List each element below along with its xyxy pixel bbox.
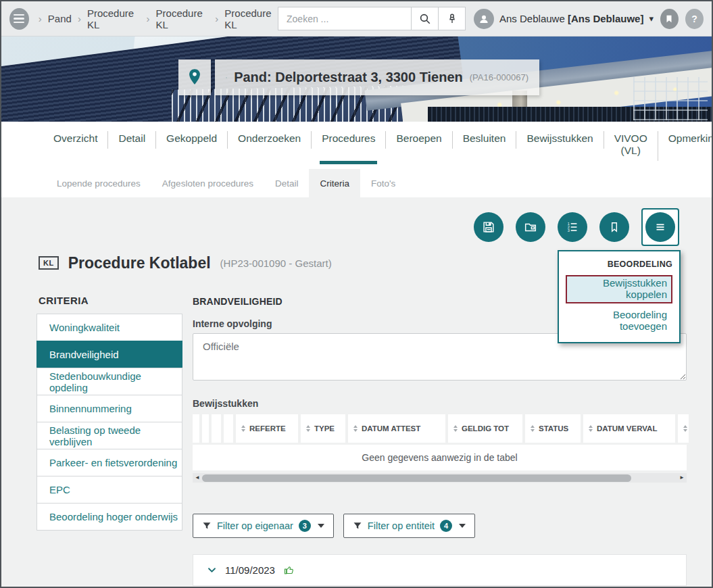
context-menu-button-active[interactable]: [641, 208, 679, 246]
bookmark-action-button[interactable]: [599, 212, 629, 242]
chevron-down-icon: [459, 524, 466, 528]
column-header-reden-verval[interactable]: REDEN VERVAL: [678, 414, 689, 443]
subtab-afgesloten-procedures[interactable]: Afgesloten procedures: [151, 169, 264, 197]
subtab-criteria[interactable]: Criteria: [309, 169, 360, 197]
subtab-lopende-procedures[interactable]: Lopende procedures: [46, 169, 151, 197]
cube-icon: [226, 70, 227, 85]
sort-icon: [241, 425, 245, 432]
sort-icon: [306, 425, 310, 432]
search-group: [278, 7, 466, 30]
entity-header: Pand: Delportestraat 3, 3300 Tienen (PA1…: [215, 59, 539, 95]
criteria-header: CRITERIA: [39, 295, 182, 306]
criteria-item-parkeer-fietsverordening[interactable]: Parkeer- en fietsverordening: [36, 449, 182, 476]
column-header-status[interactable]: STATUS: [525, 414, 581, 443]
search-button[interactable]: [411, 7, 438, 30]
criteria-item-epc[interactable]: EPC: [36, 476, 182, 504]
tab-opmerkingen[interactable]: Opmerkingen: [658, 131, 713, 149]
bookmark-icon: [608, 220, 621, 234]
entity-code: (PA16-000067): [470, 72, 528, 82]
question-icon: ?: [691, 14, 697, 24]
tab-vivoo-vl[interactable]: VIVOO (VL): [604, 131, 658, 161]
filter-count-badge: 3: [299, 520, 311, 532]
folder-button[interactable]: [516, 212, 545, 242]
breadcrumb-item-procedure-3[interactable]: Procedure KL: [224, 7, 278, 30]
criteria-item-belasting-tweede-verblijven[interactable]: Belasting op tweede verblijven: [36, 422, 182, 449]
hamburger-menu-button[interactable]: [9, 8, 29, 30]
column-header-referte[interactable]: REFERTE: [236, 414, 298, 443]
column-header-datum-verval[interactable]: DATUM VERVAL: [583, 414, 675, 443]
sub-tab-bar: Lopende procedures Afgesloten procedures…: [1, 169, 712, 197]
hero-overlay: Pand: Delportestraat 3, 3300 Tienen (PA1…: [178, 59, 539, 95]
bookmark-icon: [664, 14, 674, 24]
kl-badge: KL: [39, 256, 59, 270]
breadcrumb-item-procedure-1[interactable]: Procedure KL: [87, 7, 141, 30]
entity-title: Pand: Delportestraat 3, 3300 Tienen: [234, 70, 463, 85]
search-input[interactable]: [278, 7, 411, 30]
filter-eigenaar-button[interactable]: Filter op eigenaar 3: [193, 514, 334, 538]
scrollbar-thumb[interactable]: [202, 474, 631, 482]
breadcrumb-item-procedure-2[interactable]: Procedure KL: [156, 7, 210, 30]
filter-entiteit-button[interactable]: Filter op entiteit 4: [343, 514, 475, 538]
thumbs-up-icon: [283, 564, 295, 576]
table-header-empty: [202, 414, 209, 443]
subtab-fotos[interactable]: Foto's: [360, 169, 406, 197]
location-pin-icon: [186, 68, 203, 88]
avatar: [474, 9, 494, 29]
bookmark-button[interactable]: [660, 9, 679, 29]
numbered-list-button[interactable]: 123: [558, 212, 587, 242]
tab-detail[interactable]: Detail: [108, 131, 156, 149]
subtab-detail[interactable]: Detail: [264, 169, 310, 197]
chevron-right-icon: ›: [78, 13, 81, 24]
save-icon: [481, 220, 496, 235]
user-menu[interactable]: Ans Deblauwe [Ans Deblauwe] ▾: [474, 9, 654, 29]
horizontal-scrollbar[interactable]: ◄ ►: [193, 473, 687, 483]
criteria-item-stedenbouwkundige-opdeling[interactable]: Stedenbouwkundige opdeling: [36, 368, 182, 395]
criteria-item-woningkwaliteit[interactable]: Woningkwaliteit: [36, 314, 182, 341]
table-header-empty: [212, 414, 221, 443]
tab-gekoppeld[interactable]: Gekoppeld: [156, 131, 228, 149]
tab-procedures[interactable]: Procedures: [312, 131, 386, 149]
chevron-down-icon[interactable]: [207, 565, 217, 575]
svg-text:3: 3: [568, 228, 570, 232]
filter-count-badge: 4: [440, 520, 452, 532]
chevron-right-icon: ›: [39, 13, 42, 24]
tab-onderzoeken[interactable]: Onderzoeken: [228, 131, 312, 149]
criteria-item-brandveiligheid[interactable]: Brandveiligheid: [36, 341, 182, 368]
sort-icon: [453, 425, 458, 432]
funnel-icon: [202, 521, 212, 531]
sort-icon: [683, 425, 687, 432]
tab-beroepen[interactable]: Beroepen: [386, 131, 452, 149]
pin-button[interactable]: [438, 7, 465, 30]
chevron-down-icon: ▾: [649, 14, 654, 24]
criteria-item-binnennummering[interactable]: Binnennummering: [36, 395, 182, 422]
menu-item-bewijsstukken-koppelen[interactable]: Bewijsstukken koppelen: [566, 275, 672, 303]
dropdown-header: BEOORDELING: [566, 260, 672, 269]
action-toolbar: 123: [1, 208, 712, 246]
breadcrumb-item-pand[interactable]: Pand: [48, 13, 72, 24]
column-header-geldig-tot[interactable]: GELDIG TOT: [448, 414, 522, 443]
menu-item-beoordeling-toevoegen[interactable]: Beoordeling toevoegen: [566, 308, 672, 332]
app-window: › Pand › Procedure KL › Procedure KL › P…: [0, 0, 713, 588]
context-menu-button[interactable]: [645, 212, 675, 242]
sort-icon: [589, 425, 593, 432]
criteria-item-beoordeling-hoger-onderwijs[interactable]: Beoordeling hoger onderwijs: [36, 503, 182, 531]
chevron-right-icon: ›: [215, 13, 218, 24]
tab-overzicht[interactable]: Overzicht: [43, 131, 108, 149]
save-button[interactable]: [474, 212, 503, 242]
criteria-sidebar: CRITERIA Woningkwaliteit Brandveiligheid…: [36, 292, 182, 587]
tab-besluiten[interactable]: Besluiten: [453, 131, 517, 149]
scroll-right-icon[interactable]: ►: [677, 473, 687, 483]
sort-icon: [531, 425, 535, 432]
location-pin-box: [178, 59, 211, 95]
tab-bewijsstukken[interactable]: Bewijsstukken: [516, 131, 604, 149]
breadcrumb: › Pand › Procedure KL › Procedure KL › P…: [39, 7, 278, 30]
column-header-datum-attest[interactable]: DATUM ATTEST: [348, 414, 445, 443]
funnel-icon: [353, 521, 362, 531]
beoordeling-row[interactable]: 11/09/2023: [193, 554, 687, 586]
scroll-left-icon[interactable]: ◄: [193, 473, 202, 483]
search-icon: [419, 13, 431, 25]
column-header-type[interactable]: TYPE: [301, 414, 345, 443]
help-button[interactable]: ?: [685, 9, 704, 29]
bewijsstukken-label: Bewijsstukken: [193, 398, 687, 409]
page-subtitle: (HP23-001090 - Gestart): [220, 258, 332, 269]
